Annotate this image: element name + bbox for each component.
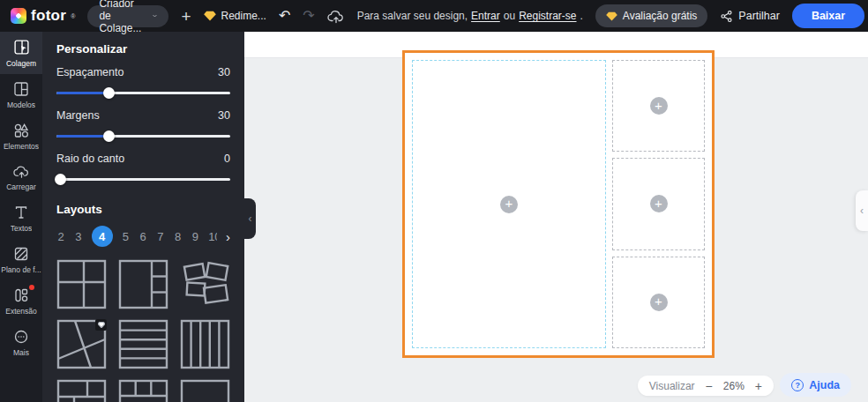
register-link[interactable]: Registrar-se	[519, 10, 576, 22]
layout-thumbnail-9[interactable]	[180, 379, 230, 402]
help-button[interactable]: ? Ajuda	[780, 373, 851, 397]
save-hint-period: .	[580, 10, 583, 22]
sidebar-item-label: Extensão	[5, 307, 36, 316]
fotor-logo-text: fotor	[31, 7, 66, 25]
download-button[interactable]: Baixar	[792, 4, 864, 28]
share-button[interactable]: Partilhar	[720, 10, 780, 23]
collage-right-column: + + +	[612, 60, 705, 348]
sidebar-item-extens-o[interactable]: Extensão	[0, 280, 42, 322]
slider-group-margens: Margens30	[56, 107, 230, 142]
collage-canvas[interactable]: + + + +	[402, 50, 715, 358]
collage-cell-main[interactable]: +	[412, 60, 606, 348]
layout-thumbnail-4[interactable]	[56, 319, 107, 369]
project-selector[interactable]: Criador de Colage...	[87, 5, 168, 27]
slider-value: 0	[224, 153, 230, 165]
login-link[interactable]: Entrar	[471, 10, 500, 22]
gem-icon	[606, 11, 617, 21]
layout-thumbnails	[56, 259, 230, 402]
sidebar-item-colagem[interactable]: Colagem	[0, 32, 42, 74]
panel-collapse-handle[interactable]: ‹	[244, 198, 256, 239]
layout-count-9[interactable]: 9	[191, 230, 199, 243]
fotor-logo[interactable]: fotor ®	[11, 7, 75, 25]
slider-thumb[interactable]	[55, 174, 66, 185]
help-label: Ajuda	[809, 379, 840, 391]
zoom-out-button[interactable]: −	[706, 380, 713, 392]
registered-mark: ®	[71, 13, 75, 19]
cloud-upload-icon[interactable]	[327, 9, 345, 24]
layout-preview-graphic	[118, 379, 168, 402]
left-sidebar: ColagemModelosElementosCarregarTextosPla…	[0, 32, 42, 402]
sidebar-item-carregar[interactable]: Carregar	[0, 157, 42, 197]
layout-count-8[interactable]: 8	[174, 230, 183, 243]
layout-thumbnail-5[interactable]	[118, 319, 168, 369]
sidebar-item-modelos[interactable]: Modelos	[0, 74, 42, 115]
layout-thumbnail-3[interactable]	[180, 259, 230, 309]
slider-thumb[interactable]	[103, 87, 115, 99]
redo-button[interactable]: ↷	[303, 9, 314, 23]
text-icon	[13, 205, 29, 220]
upload-icon	[13, 164, 30, 179]
margens-slider[interactable]	[56, 130, 230, 142]
workspace: + + + +	[244, 32, 868, 402]
preview-button[interactable]: Visualizar	[649, 380, 695, 392]
sidebar-item-textos[interactable]: Textos	[0, 197, 42, 239]
customize-panel: Personalizar Espaçamento30Margens30Raio …	[42, 32, 244, 402]
background-icon	[13, 246, 29, 262]
raio-do-canto-slider[interactable]	[56, 174, 230, 185]
gem-icon	[98, 322, 105, 328]
layout-count-row: 2345678910›	[56, 225, 230, 248]
fotor-logo-icon	[11, 8, 26, 24]
redeem-label: Redime...	[221, 10, 266, 22]
slider-rail	[56, 178, 230, 181]
layout-count-10[interactable]: 10	[208, 230, 217, 243]
project-selector-label: Criador de Colage...	[99, 0, 146, 34]
sidebar-item-plano-de-f[interactable]: Plano de f...	[0, 239, 42, 280]
zoom-in-button[interactable]: +	[755, 380, 762, 392]
espa-amento-slider[interactable]	[56, 87, 230, 99]
add-photo-button[interactable]: +	[650, 97, 668, 115]
sidebar-item-elementos[interactable]: Elementos	[0, 115, 42, 157]
layout-thumbnail-1[interactable]	[56, 259, 107, 309]
templates-icon	[13, 81, 29, 97]
layout-count-6[interactable]: 6	[138, 230, 147, 243]
layout-thumbnail-8[interactable]	[118, 379, 168, 402]
collage-cell-3[interactable]: +	[612, 257, 705, 348]
undo-button[interactable]: ↶	[279, 9, 290, 23]
sidebar-item-label: Textos	[11, 224, 33, 233]
layout-thumbnail-7[interactable]	[56, 379, 107, 402]
sidebar-item-label: Colagem	[6, 59, 36, 68]
slider-thumb[interactable]	[103, 130, 115, 142]
share-label: Partilhar	[738, 10, 780, 22]
free-trial-label: Avaliação grátis	[623, 10, 698, 22]
new-design-button[interactable]: +	[181, 8, 191, 25]
layout-count-3[interactable]: 3	[74, 230, 83, 243]
right-panel-collapse-handle[interactable]: ‹	[856, 190, 868, 231]
layout-thumbnail-6[interactable]	[180, 319, 230, 369]
sidebar-item-mais[interactable]: Mais	[0, 322, 42, 363]
redeem-button[interactable]: Redime...	[204, 10, 266, 22]
add-photo-button[interactable]: +	[650, 294, 668, 311]
collage-cell-2[interactable]: +	[612, 158, 705, 249]
share-nodes-icon	[720, 10, 733, 23]
next-counts-icon[interactable]: ›	[226, 230, 230, 243]
save-hint-or: ou	[504, 10, 515, 22]
collage-cell-1[interactable]: +	[612, 60, 705, 152]
sidebar-item-label: Modelos	[7, 100, 35, 109]
layout-thumbnail-2[interactable]	[118, 259, 168, 309]
layout-count-4[interactable]: 4	[92, 226, 113, 247]
free-trial-button[interactable]: Avaliação grátis	[595, 4, 708, 27]
layout-count-2[interactable]: 2	[56, 230, 65, 243]
slider-value: 30	[218, 109, 230, 122]
layout-preview-graphic	[180, 259, 230, 309]
layout-count-7[interactable]: 7	[156, 230, 165, 243]
save-hint-text: Para salvar seu design,	[357, 10, 468, 22]
panel-title: Personalizar	[56, 42, 230, 56]
question-icon: ?	[791, 379, 804, 391]
layout-count-5[interactable]: 5	[121, 230, 130, 243]
layouts-title: Layouts	[56, 203, 230, 216]
add-photo-button[interactable]: +	[500, 196, 518, 213]
gem-icon	[204, 11, 216, 21]
top-bar: fotor ® Criador de Colage... + Redime...…	[0, 0, 868, 32]
chevron-down-icon	[153, 13, 157, 19]
add-photo-button[interactable]: +	[650, 195, 668, 212]
